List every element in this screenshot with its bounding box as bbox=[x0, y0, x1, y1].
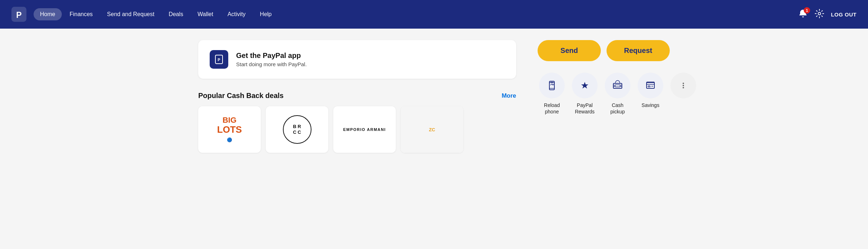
app-promo-subtitle: Start doing more with PayPal. bbox=[236, 61, 307, 67]
app-promo-text: Get the PayPal app Start doing more with… bbox=[236, 52, 307, 67]
quick-action-cash-pickup[interactable]: Cashpickup bbox=[603, 73, 632, 115]
left-panel: P Get the PayPal app Start doing more wi… bbox=[198, 40, 538, 153]
nav-item-send-request[interactable]: Send and Request bbox=[101, 8, 161, 20]
nav-items: Home Finances Send and Request Deals Wal… bbox=[34, 8, 795, 20]
app-promo-icon: P bbox=[210, 50, 228, 69]
cashback-brand-armani[interactable]: EMPORIO ARMANI bbox=[333, 106, 396, 153]
request-button[interactable]: Request bbox=[607, 40, 670, 61]
armani-logo: EMPORIO ARMANI bbox=[343, 127, 386, 132]
svg-point-2 bbox=[818, 13, 821, 15]
reload-phone-label: Reloadphone bbox=[544, 102, 560, 115]
paypal-rewards-label: PayPalRewards bbox=[575, 102, 594, 115]
cashback-more-button[interactable]: More bbox=[502, 92, 516, 99]
brcc-logo: B RC C bbox=[283, 115, 311, 144]
svg-point-13 bbox=[683, 87, 684, 88]
cashback-header: Popular Cash Back deals More bbox=[198, 92, 516, 100]
quick-action-savings[interactable]: Savings bbox=[636, 73, 665, 108]
svg-point-11 bbox=[683, 83, 684, 84]
svg-rect-6 bbox=[550, 82, 553, 83]
nav-item-home[interactable]: Home bbox=[34, 8, 62, 20]
right-panel: Send Request Reloadphone bbox=[538, 40, 670, 153]
nav-item-deals[interactable]: Deals bbox=[162, 8, 190, 20]
savings-icon bbox=[638, 73, 663, 98]
notification-badge: 1 bbox=[804, 7, 810, 14]
quick-actions: Reloadphone PayPalRewards bbox=[538, 73, 670, 115]
cashback-section-title: Popular Cash Back deals bbox=[198, 92, 284, 100]
navbar: P Home Finances Send and Request Deals W… bbox=[0, 0, 868, 29]
paypal-rewards-icon bbox=[572, 73, 598, 98]
quick-action-paypal-rewards[interactable]: PayPalRewards bbox=[570, 73, 599, 115]
quick-action-more[interactable] bbox=[669, 73, 698, 102]
reload-phone-icon bbox=[539, 73, 565, 98]
cash-pickup-label: Cashpickup bbox=[610, 102, 625, 115]
svg-point-12 bbox=[683, 85, 684, 86]
paypal-logo[interactable]: P bbox=[11, 7, 26, 22]
app-promo-title: Get the PayPal app bbox=[236, 52, 307, 60]
nav-item-help[interactable]: Help bbox=[254, 8, 278, 20]
main-layout: P Get the PayPal app Start doing more wi… bbox=[184, 29, 684, 164]
nav-item-finances[interactable]: Finances bbox=[63, 8, 99, 20]
nav-right: 1 LOG OUT bbox=[798, 9, 857, 20]
app-promo-card: P Get the PayPal app Start doing more wi… bbox=[198, 40, 516, 79]
svg-rect-7 bbox=[613, 83, 622, 88]
logout-button[interactable]: LOG OUT bbox=[831, 11, 857, 18]
svg-rect-8 bbox=[615, 85, 620, 87]
savings-label: Savings bbox=[642, 102, 659, 108]
svg-rect-10 bbox=[648, 86, 650, 87]
quick-action-reload-phone[interactable]: Reloadphone bbox=[538, 73, 566, 115]
notification-bell[interactable]: 1 bbox=[798, 9, 808, 20]
biglots-logo: BIGLOTS 🔵 bbox=[214, 113, 245, 146]
cash-pickup-icon bbox=[605, 73, 630, 98]
more-icon bbox=[670, 73, 696, 98]
nav-item-wallet[interactable]: Wallet bbox=[191, 8, 220, 20]
last-brand-logo: ZC bbox=[401, 106, 463, 153]
settings-icon[interactable] bbox=[814, 9, 824, 20]
action-buttons: Send Request bbox=[538, 40, 670, 61]
cashback-brand-biglots[interactable]: BIGLOTS 🔵 bbox=[198, 106, 261, 153]
send-button[interactable]: Send bbox=[538, 40, 601, 61]
cashback-brand-last[interactable]: ZC bbox=[401, 106, 463, 153]
svg-text:P: P bbox=[16, 10, 21, 20]
cashback-deals-row: BIGLOTS 🔵 B RC C EMPORIO ARMANI ZC bbox=[198, 106, 516, 153]
svg-text:P: P bbox=[218, 58, 220, 62]
svg-rect-9 bbox=[647, 83, 654, 88]
nav-item-activity[interactable]: Activity bbox=[221, 8, 252, 20]
cashback-brand-brcc[interactable]: B RC C bbox=[266, 106, 328, 153]
